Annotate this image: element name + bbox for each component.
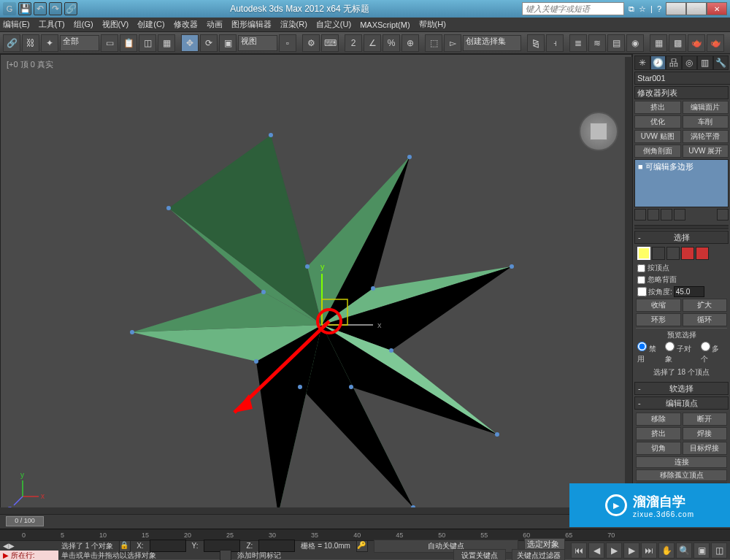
btn-weld[interactable]: 焊接 xyxy=(683,427,728,440)
stack-pin-icon[interactable] xyxy=(634,209,646,220)
zoom-icon[interactable]: 🔍 xyxy=(676,542,692,559)
help-search-input[interactable] xyxy=(522,2,624,15)
menu-group[interactable]: 组(G) xyxy=(74,19,93,30)
tab-motion-icon[interactable]: ◎ xyxy=(682,55,698,70)
select-name-icon[interactable]: 📋 xyxy=(120,34,137,52)
radio-preview-multi[interactable] xyxy=(701,342,710,351)
redo-icon[interactable]: ↷ xyxy=(49,2,62,15)
stack-remove-icon[interactable] xyxy=(674,209,685,220)
tab-modify-icon[interactable]: 🕗 xyxy=(650,55,666,70)
selection-filter-dropdown[interactable]: 全部 xyxy=(60,35,99,51)
pan-icon[interactable]: ✋ xyxy=(658,542,675,559)
subobj-border-icon[interactable] xyxy=(666,247,680,260)
material-icon[interactable]: ◉ xyxy=(626,34,644,52)
snap-percent-icon[interactable]: % xyxy=(383,34,400,52)
modifier-stack[interactable]: ■ 可编辑多边形 xyxy=(634,159,729,207)
ref-coord-dropdown[interactable]: 视图 xyxy=(238,35,277,51)
keyfilter-button[interactable]: 关键点过滤器 xyxy=(512,549,565,561)
btn-remove-iso[interactable]: 移除孤立顶点 xyxy=(636,469,727,481)
chk-by-vertex[interactable] xyxy=(637,264,645,272)
snap-angle-icon[interactable]: ∠ xyxy=(364,34,381,52)
menu-tools[interactable]: 工具(T) xyxy=(39,19,65,30)
window-crossing-icon[interactable]: ▦ xyxy=(158,34,175,52)
menu-render[interactable]: 渲染(R) xyxy=(280,19,307,30)
mod-btn-optimize[interactable]: 优化 xyxy=(634,115,681,129)
stack-showend-icon[interactable] xyxy=(648,209,659,220)
select-icon[interactable]: ▭ xyxy=(101,34,118,52)
btn-ring[interactable]: 环形 xyxy=(636,313,681,326)
btn-connect[interactable]: 连接 xyxy=(636,456,727,468)
next-frame-icon[interactable]: ▶ xyxy=(623,542,639,559)
v-scrollbar[interactable] xyxy=(625,57,632,505)
subobj-vertex-icon[interactable] xyxy=(637,247,650,260)
manip-icon[interactable]: ⚙ xyxy=(302,34,320,52)
rollout-editvertex[interactable]: 编辑顶点 xyxy=(634,396,729,410)
chk-by-angle[interactable] xyxy=(637,287,647,296)
siggraph-icon[interactable]: ☆ xyxy=(639,4,646,14)
radio-preview-sub[interactable] xyxy=(665,342,675,351)
goto-start-icon[interactable]: ⏮ xyxy=(571,542,587,559)
snap-2d-icon[interactable]: 2 xyxy=(345,34,362,52)
addtime-button[interactable]: 添加时间标记 xyxy=(237,551,281,561)
btn-grow[interactable]: 扩大 xyxy=(683,299,728,312)
goto-end-icon[interactable]: ⏭ xyxy=(641,542,657,559)
link-icon[interactable]: 🔗 xyxy=(3,34,20,52)
stack-config-icon[interactable] xyxy=(717,209,729,220)
tab-create-icon[interactable]: ✳ xyxy=(634,55,650,70)
save-icon[interactable]: 💾 xyxy=(18,2,31,15)
mirror-tool-icon[interactable]: ⧎ xyxy=(527,34,545,52)
unlink-icon[interactable]: ⛓ xyxy=(22,34,39,52)
btn-shrink[interactable]: 收缩 xyxy=(636,299,681,312)
menu-create[interactable]: 创建(C) xyxy=(137,19,164,30)
menu-edit[interactable]: 编辑(E) xyxy=(3,19,30,30)
minimize-button[interactable]: — xyxy=(666,2,686,15)
btn-loop[interactable]: 循环 xyxy=(683,313,728,326)
tab-utilities-icon[interactable]: 🔧 xyxy=(713,55,729,70)
rollout-softsel[interactable]: 软选择 xyxy=(634,382,729,395)
btn-chamfer[interactable]: 切角 xyxy=(636,442,681,455)
render-icon[interactable]: 🫖 xyxy=(688,34,705,52)
setkey-button[interactable]: 设置关键点 xyxy=(453,549,507,561)
move-icon[interactable]: ✥ xyxy=(181,34,199,52)
curve-editor-icon[interactable]: ≋ xyxy=(588,34,606,52)
pivot-icon[interactable]: ▫ xyxy=(279,34,296,52)
modifier-list-dropdown[interactable]: 修改器列表 xyxy=(634,86,729,99)
menu-graph[interactable]: 图形编辑器 xyxy=(231,19,272,30)
angle-input[interactable] xyxy=(674,286,704,297)
snap-spinner-icon[interactable]: ⊕ xyxy=(402,34,419,52)
time-ruler[interactable]: 0510152025303540455055606570 xyxy=(0,529,730,540)
render-setup-icon[interactable]: ▦ xyxy=(650,34,667,52)
btn-remove[interactable]: 移除 xyxy=(636,413,681,426)
select-region-icon[interactable]: ◫ xyxy=(139,34,156,52)
zoom-ext-icon[interactable]: ▣ xyxy=(694,542,710,559)
tag-icon[interactable] xyxy=(220,550,231,561)
mod-btn-uvwunwrap[interactable]: UVW 展开 xyxy=(683,145,729,158)
menu-animation[interactable]: 动画 xyxy=(207,19,223,30)
help-icon[interactable]: ? xyxy=(657,4,661,14)
menu-customize[interactable]: 自定义(U) xyxy=(316,19,351,30)
btn-break[interactable]: 断开 xyxy=(683,413,728,426)
subobj-poly-icon[interactable] xyxy=(681,247,694,260)
undo-icon[interactable]: ↶ xyxy=(34,2,47,15)
subobj-element-icon[interactable] xyxy=(696,247,709,260)
radio-preview-off[interactable] xyxy=(637,342,647,351)
mod-btn-uvwmap[interactable]: UVW 贴图 xyxy=(634,130,681,143)
align-icon[interactable]: ⫞ xyxy=(546,34,564,52)
qat-link-icon[interactable]: 🔗 xyxy=(64,2,77,15)
menu-view[interactable]: 视图(V) xyxy=(102,19,129,30)
scale-icon[interactable]: ▣ xyxy=(219,34,237,52)
btn-extrude[interactable]: 挤出 xyxy=(636,427,681,440)
mod-btn-lathe[interactable]: 车削 xyxy=(683,115,729,129)
layers-icon[interactable]: ≣ xyxy=(569,34,587,52)
menu-help[interactable]: 帮助(H) xyxy=(419,19,446,30)
mod-btn-editpatch[interactable]: 编辑面片 xyxy=(683,101,729,114)
rollout-selection[interactable]: 选择 xyxy=(634,231,729,244)
named-selection-dropdown[interactable]: 创建选择集 xyxy=(463,35,521,51)
rotate-icon[interactable]: ⟳ xyxy=(200,34,218,52)
menu-modifiers[interactable]: 修改器 xyxy=(174,19,198,30)
named-sel-icon[interactable]: ⬚ xyxy=(425,34,442,52)
mod-btn-bevelprof[interactable]: 倒角剖面 xyxy=(634,145,681,158)
close-button[interactable]: ✕ xyxy=(707,2,727,15)
keyboard-icon[interactable]: ⌨ xyxy=(321,34,339,52)
stack-unique-icon[interactable] xyxy=(661,209,672,220)
